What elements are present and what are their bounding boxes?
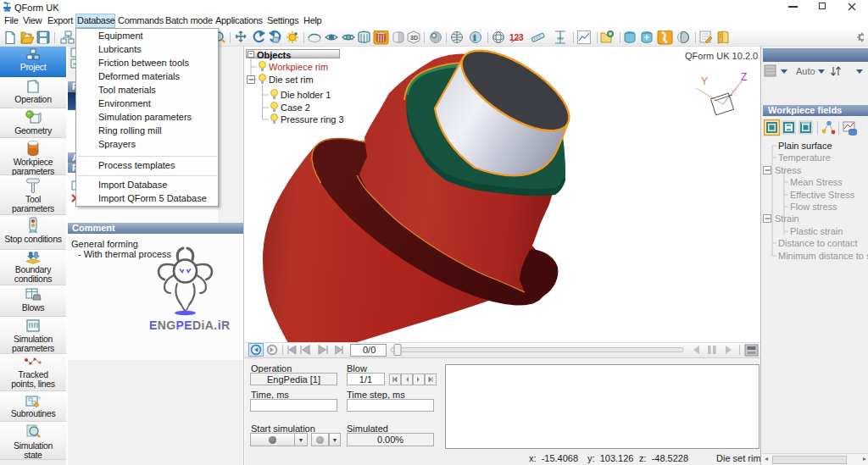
svg-text:Die set rim: Die set rim — [269, 75, 314, 85]
svg-text:Effective Stress: Effective Stress — [790, 190, 855, 200]
svg-text:Distance to contact: Distance to contact — [778, 238, 858, 248]
svg-text:Minimum distance to surfa: Minimum distance to surfa — [778, 251, 868, 261]
svg-text:Mean Stress: Mean Stress — [790, 177, 843, 187]
svg-text:i: i — [474, 33, 476, 42]
svg-text:Temperature: Temperature — [778, 152, 831, 163]
svg-text:Plain surface: Plain surface — [778, 141, 832, 151]
svg-text:Plastic strain: Plastic strain — [790, 226, 843, 236]
svg-text:Die holder 1: Die holder 1 — [281, 90, 331, 100]
svg-text:Workpiece rim: Workpiece rim — [269, 62, 328, 72]
svg-text:Strain: Strain — [775, 213, 799, 224]
svg-text:123: 123 — [509, 33, 524, 42]
svg-text:Stress: Stress — [775, 165, 802, 175]
svg-text:Auto: Auto — [796, 66, 815, 76]
svg-text:0/0: 0/0 — [363, 345, 376, 355]
svg-text:Case 2: Case 2 — [281, 102, 310, 113]
svg-text:Pressure ring 3: Pressure ring 3 — [281, 114, 344, 125]
svg-text:Z: Z — [741, 71, 747, 83]
svg-text:3D: 3D — [410, 35, 418, 41]
svg-text:Y: Y — [701, 75, 708, 87]
svg-text:Flow stress: Flow stress — [790, 202, 837, 212]
